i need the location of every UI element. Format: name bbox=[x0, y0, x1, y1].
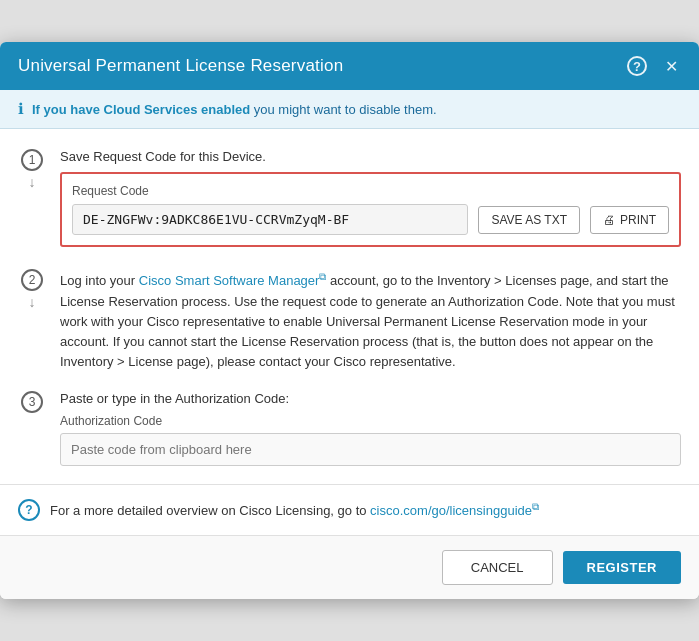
licensing-guide-link[interactable]: cisco.com/go/licensingguide bbox=[370, 503, 532, 518]
step-3-title: Paste or type in the Authorization Code: bbox=[60, 391, 681, 406]
step-3-number-col: 3 bbox=[18, 391, 46, 466]
step-1-arrow: ↓ bbox=[29, 174, 36, 190]
info-circle-icon: ℹ bbox=[18, 100, 24, 118]
info-banner: ℹ If you have Cloud Services enabled you… bbox=[0, 90, 699, 129]
help-text-before-link: For a more detailed overview on Cisco Li… bbox=[50, 503, 370, 518]
request-code-label: Request Code bbox=[72, 184, 669, 198]
header-icons: ? ✕ bbox=[627, 56, 681, 76]
info-banner-text: If you have Cloud Services enabled you m… bbox=[32, 102, 437, 117]
dialog-footer: CANCEL REGISTER bbox=[0, 535, 699, 599]
help-question-icon: ? bbox=[18, 499, 40, 521]
step-1-content: Save Request Code for this Device. Reque… bbox=[60, 149, 681, 251]
info-banner-rest-text: you might want to disable them. bbox=[250, 102, 436, 117]
auth-code-input[interactable] bbox=[60, 433, 681, 466]
step-2: 2 ↓ Log into your Cisco Smart Software M… bbox=[18, 269, 681, 372]
request-code-box: Request Code DE-ZNGFWv:9ADKC86E1VU-CCRVm… bbox=[60, 172, 681, 247]
step-2-text: Log into your Cisco Smart Software Manag… bbox=[60, 269, 681, 372]
step-3-content: Paste or type in the Authorization Code:… bbox=[60, 391, 681, 466]
step-1-number-col: 1 ↓ bbox=[18, 149, 46, 251]
step-1-circle: 1 bbox=[21, 149, 43, 171]
help-text: For a more detailed overview on Cisco Li… bbox=[50, 501, 539, 518]
step-2-arrow: ↓ bbox=[29, 294, 36, 310]
step-1: 1 ↓ Save Request Code for this Device. R… bbox=[18, 149, 681, 251]
save-as-txt-button[interactable]: SAVE AS TXT bbox=[478, 206, 580, 234]
info-banner-bold-text: If you have Cloud Services enabled bbox=[32, 102, 250, 117]
step-2-content: Log into your Cisco Smart Software Manag… bbox=[60, 269, 681, 372]
register-button[interactable]: REGISTER bbox=[563, 551, 681, 584]
help-icon[interactable]: ? bbox=[627, 56, 647, 76]
step-2-circle: 2 bbox=[21, 269, 43, 291]
request-code-row: DE-ZNGFWv:9ADKC86E1VU-CCRVmZyqM-BF SAVE … bbox=[72, 204, 669, 235]
close-icon[interactable]: ✕ bbox=[661, 56, 681, 76]
print-button[interactable]: 🖨 PRINT bbox=[590, 206, 669, 234]
step-2-text-before-link: Log into your bbox=[60, 274, 139, 289]
printer-icon: 🖨 bbox=[603, 213, 615, 227]
universal-plr-dialog: Universal Permanent License Reservation … bbox=[0, 42, 699, 598]
print-label: PRINT bbox=[620, 213, 656, 227]
step-3-circle: 3 bbox=[21, 391, 43, 413]
cancel-button[interactable]: CANCEL bbox=[442, 550, 553, 585]
cisco-smart-software-manager-link[interactable]: Cisco Smart Software Manager bbox=[139, 274, 320, 289]
help-external-link-icon: ⧉ bbox=[532, 501, 539, 512]
request-code-value: DE-ZNGFWv:9ADKC86E1VU-CCRVmZyqM-BF bbox=[72, 204, 468, 235]
help-row: ? For a more detailed overview on Cisco … bbox=[0, 484, 699, 535]
dialog-title: Universal Permanent License Reservation bbox=[18, 56, 343, 76]
step-3: 3 Paste or type in the Authorization Cod… bbox=[18, 391, 681, 466]
step-2-number-col: 2 ↓ bbox=[18, 269, 46, 372]
dialog-body: 1 ↓ Save Request Code for this Device. R… bbox=[0, 129, 699, 465]
step-1-title: Save Request Code for this Device. bbox=[60, 149, 681, 164]
dialog-header: Universal Permanent License Reservation … bbox=[0, 42, 699, 90]
auth-code-label: Authorization Code bbox=[60, 414, 681, 428]
